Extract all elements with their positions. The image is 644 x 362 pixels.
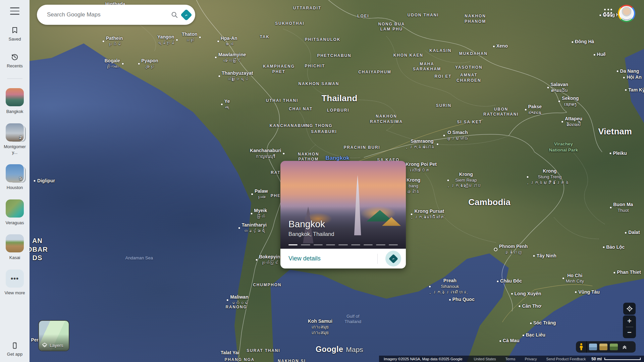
map-label-krong-poi-pet[interactable]: Krong Poi Petប៉ោយប៉ែត (406, 162, 437, 173)
carousel-dash-6[interactable] (351, 244, 360, 246)
map-label-hpa-an[interactable]: Hpa-Anဘားအံ (217, 36, 237, 47)
sidebar-view-more[interactable]: ••• View more (3, 269, 27, 296)
map-label-tam-k-[interactable]: Tam Kỳ (625, 87, 644, 93)
map-label-salavan[interactable]: Salavanສາລະວັນ (547, 82, 568, 94)
sidebar-get-app[interactable]: Get app (7, 342, 22, 357)
sidebar-place-kasai[interactable]: Kasai (3, 234, 27, 261)
zoom-out-button[interactable]: − (623, 327, 636, 339)
map-label-phan-thiet[interactable]: Phan Thiet (613, 269, 641, 276)
search-button[interactable] (167, 11, 182, 18)
map-label-bogale[interactable]: Bogaleဘိုကလေး (104, 58, 123, 70)
place-photo[interactable]: Bangkok Bangkok, Thailand (280, 161, 406, 249)
menu-button[interactable] (10, 7, 19, 15)
map-label-krong[interactable]: KrongStung Trengក្រុងស្ទឹងត្រែង (527, 169, 569, 186)
attribution-link-send-product-feedback[interactable]: Send Product Feedback (546, 357, 586, 361)
apps-grid-dot (610, 15, 612, 17)
map-label-talat-yai[interactable]: Talat Yai (221, 350, 239, 356)
map-label-ch-u-c[interactable]: Châu Đốc (497, 278, 522, 284)
place-dot (283, 153, 284, 154)
sidebar-place-bangkok[interactable]: Bangkok (3, 88, 27, 115)
map-label-bokepyin[interactable]: Bokepyinဘုတ်ပြင်း (256, 254, 280, 266)
layers-control[interactable]: Layers (38, 320, 69, 351)
map-label-pleiku[interactable]: Pleiku (610, 150, 627, 157)
my-location-button[interactable] (623, 303, 636, 315)
map-label-dalat[interactable]: Dalat (625, 230, 640, 236)
map-label-kanchanaburi[interactable]: Kanchanaburiกาญจนบุรี (250, 148, 284, 160)
street-view-bar (576, 341, 636, 353)
collapse-imagery-button[interactable] (622, 344, 628, 350)
place-card-title: Bangkok (288, 219, 334, 230)
map-label-phu-quoc[interactable]: Phu Quoc (449, 297, 475, 303)
map-label-c-n-th-[interactable]: Cần Thơ (519, 303, 541, 309)
card-directions-button[interactable] (385, 251, 401, 266)
map-label-hu-[interactable]: Huế (593, 52, 605, 58)
imagery-thumbnail-field[interactable] (599, 344, 607, 350)
map-label-da-nang[interactable]: Da Nang (617, 68, 639, 74)
map-label--ng-h-[interactable]: Đông Hà (572, 39, 594, 45)
map-label-b-o-l-c[interactable]: Bảo Lộc (603, 244, 625, 250)
carousel-dash-9[interactable] (389, 244, 398, 246)
map-label-preah[interactable]: PreahSihanoukក្រុងព្រះសីហនុ (429, 278, 467, 295)
map-label-v-ng-t-u[interactable]: Vũng Tàu (575, 289, 600, 295)
sidebar-place-houston[interactable]: 5Houston (3, 164, 27, 191)
map-label-palaw[interactable]: Palawပုလော (251, 188, 268, 200)
sidebar-place-montgomery-[interactable]: 2Montgomery... (3, 123, 27, 156)
map-label-buon-ma[interactable]: Buon MaThuot (610, 202, 633, 214)
map-label-krong-pursat[interactable]: Krong Pursatក្រុងពោធិ៍សាត់ (411, 208, 444, 220)
sidebar-item-recents[interactable]: Recents (7, 53, 23, 68)
imagery-thumbnail-water[interactable] (589, 344, 597, 350)
google-apps-button[interactable] (604, 9, 612, 17)
scale-control[interactable]: 50 mi (591, 357, 641, 361)
phone-icon (11, 342, 19, 350)
map-label-phnom-penh[interactable]: Phnom Penhភ្នំពេញ (494, 244, 528, 255)
map-label-ho-chi[interactable]: Ho ChiMinh City (562, 273, 584, 284)
pegman-icon[interactable] (579, 343, 584, 351)
map-label-attapeu[interactable]: Attapeuອັດຕະປື (561, 116, 582, 128)
map-label-pyapon[interactable]: Pyaponဖျာပုံ (138, 58, 158, 70)
carousel-dash-8[interactable] (376, 244, 385, 246)
map-label-mawlamyine[interactable]: Mawlamyineမော်လမြိုင် (215, 52, 246, 63)
imagery-thumbnail-forest[interactable] (610, 344, 618, 350)
carousel-dash-2[interactable] (301, 244, 310, 246)
directions-button[interactable] (180, 9, 192, 20)
sidebar-item-saved[interactable]: Saved (9, 26, 21, 42)
attribution-link-privacy[interactable]: Privacy (525, 357, 537, 361)
map-label-yangon[interactable]: Yangonရန်ကုန် (157, 34, 178, 46)
sidebar-place-veraguas[interactable]: Veraguas (3, 199, 27, 226)
attribution-link-united-states[interactable]: United States (474, 357, 496, 361)
map-label-s-c-tr-ng[interactable]: Sóc Trăng (530, 320, 556, 326)
account-avatar-button[interactable] (618, 5, 635, 22)
map-label-krong[interactable]: Krongbangឆ្នាំង (407, 178, 420, 195)
map-label-diglipur[interactable]: Diglipur (34, 178, 55, 184)
map-label-thaton[interactable]: Thatonသထုံ (182, 32, 201, 43)
map-label-krong[interactable]: KrongSiem Reapក្រុងសៀមរាប (447, 172, 481, 189)
carousel-dash-7[interactable] (364, 244, 373, 246)
map-label-pakse[interactable]: Pakseປາກເຊ (525, 104, 542, 116)
map-label-ye[interactable]: Yeရေး (221, 99, 230, 110)
view-details-link[interactable]: View details (288, 255, 321, 262)
map-label-long-xuy-n[interactable]: Long Xuyên (511, 291, 541, 297)
attribution-link-terms[interactable]: Terms (505, 357, 516, 361)
map-label-maliwan[interactable]: Maliwanမလိဝမ်း (227, 294, 248, 306)
carousel-dash-1[interactable] (288, 244, 298, 246)
map-label-andaman-sea: Andaman Sea (125, 255, 153, 261)
carousel-dash-4[interactable] (326, 244, 335, 246)
map-label-thanbyuzayat[interactable]: Thanbyuzayatသံဖြူဇရပ် (218, 70, 253, 82)
search-input[interactable] (37, 11, 167, 18)
map-label-xeno[interactable]: Xeno (493, 43, 508, 49)
map-label-c-mau[interactable]: Cà Mau (499, 338, 520, 344)
map-label-h-i-an[interactable]: Hội An (623, 74, 642, 80)
zoom-in-button[interactable]: + (623, 315, 636, 327)
map-label-b-c-li-u[interactable]: Bạc Liêu (522, 332, 545, 338)
map-label-tanintharyi[interactable]: Tanintharyiတနင်္သာရီ (238, 222, 266, 234)
map-label-koh-samui[interactable]: Koh Samuiเกาะสมุยเกาะสมุย (308, 319, 332, 336)
place-dot (623, 77, 625, 78)
map-label-o-smach[interactable]: O Smachអូរស្មាច់ (443, 130, 469, 141)
map-label-myeik[interactable]: Myeikမြိတ် (251, 208, 267, 220)
map-label-t-y-ninh[interactable]: Tây Ninh (533, 253, 556, 259)
carousel-dash-3[interactable] (314, 244, 323, 246)
map-label-pathein[interactable]: Patheinပုသိမ် (103, 36, 123, 47)
map-label-sekong[interactable]: Sekongເຊກອງ (558, 96, 579, 107)
map-label-samraong[interactable]: Samraongក្រុងសំរោង (409, 138, 438, 150)
carousel-dash-5[interactable] (338, 244, 347, 246)
